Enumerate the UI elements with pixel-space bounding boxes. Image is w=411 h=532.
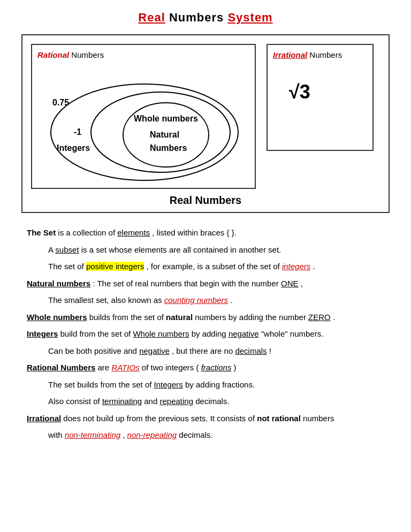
not-rational-bold: not rational	[257, 414, 301, 423]
negative-link: negative	[229, 329, 259, 338]
counting-prefix: The smallest set, also known as	[48, 295, 164, 305]
svg-text:Whole numbers: Whole numbers	[134, 114, 198, 123]
diagram-row: Rational Numbers 0.75 -1	[31, 44, 380, 189]
whole-paragraph: Whole numbers builds from the set of nat…	[27, 310, 384, 324]
builds-suffix: by adding fractions.	[185, 380, 255, 389]
rational-heading: Rational Numbers	[27, 363, 95, 372]
with-middle: ,	[123, 430, 127, 439]
natural-heading: Natural numbers	[27, 279, 90, 288]
elements-blank: elements	[117, 228, 150, 237]
positive-integers-paragraph: The set of positive integers , for examp…	[48, 260, 384, 273]
integers-suffix: "whole" numbers.	[261, 329, 324, 338]
body-content: The Set is a collection of elements , li…	[21, 226, 390, 442]
natural-line-prefix: : The set of real numbers that begin wit…	[93, 279, 281, 288]
page-title: Real Numbers System	[21, 11, 390, 25]
svg-text:Numbers: Numbers	[150, 143, 187, 153]
integers-heading: Integers	[27, 329, 58, 338]
whole-suffix: .	[333, 313, 335, 322]
pos-int-suffix: .	[313, 262, 315, 271]
title-numbers: Numbers	[169, 11, 227, 24]
builds-paragraph: The set builds from the set of Integers …	[48, 378, 384, 392]
ratios-link: RATIOs	[111, 363, 139, 372]
outer-diagram-box: Rational Numbers 0.75 -1	[21, 34, 390, 213]
svg-text:Natural: Natural	[150, 130, 179, 139]
negative-link2: negative	[139, 346, 170, 355]
set-paragraph: The Set is a collection of elements , li…	[27, 226, 384, 240]
subset-suffix: is a set whose elements are all containe…	[81, 245, 281, 254]
can-be-paragraph: Can be both positive and negative , but …	[48, 344, 384, 358]
non-repeating-link: non-repeating	[127, 430, 177, 439]
rational-title: Rational Numbers	[37, 50, 249, 59]
subset-prefix: A	[48, 245, 55, 254]
irrational-paragraph: Irrational does not build up from the pr…	[27, 412, 384, 425]
irrational-label: Irrational	[273, 50, 307, 59]
irrational-numbers-text: Numbers	[309, 50, 342, 59]
integers-blank: Integers	[154, 380, 183, 389]
decimals-link: decimals	[235, 346, 267, 355]
subset-blank: subset	[55, 245, 79, 254]
with-suffix: decimals.	[179, 430, 212, 439]
set-suffix: , listed within braces { }.	[152, 228, 237, 237]
with-prefix: with	[48, 430, 65, 439]
integers-link: integers	[282, 262, 310, 271]
also-paragraph: Also consist of terminating and repeatin…	[48, 394, 384, 408]
counting-paragraph: The smallest set, also known as counting…	[48, 293, 384, 307]
rational-suffix: )	[234, 363, 237, 372]
can-be-prefix: Can be both positive and	[48, 346, 139, 355]
also-suffix: decimals.	[195, 397, 229, 406]
whole-prefix: builds from the set of	[89, 313, 166, 322]
irrational-suffix: numbers	[303, 414, 334, 423]
rational-label: Rational	[37, 50, 69, 59]
also-middle: and	[144, 397, 159, 406]
set-label: The Set	[27, 228, 56, 237]
positive-integers-highlight: positive integers	[86, 262, 144, 271]
integers-middle: by adding	[192, 329, 229, 338]
pos-int-middle: , for example, is a subset of the set of	[146, 262, 281, 271]
right-diagram-box: Irrational Numbers √3	[267, 44, 374, 151]
rational-prefix: are	[98, 363, 112, 372]
counting-suffix: .	[230, 295, 232, 305]
whole-heading: Whole numbers	[27, 313, 87, 322]
natural-bold: natural	[166, 313, 193, 322]
also-prefix: Also consist of	[48, 397, 102, 406]
sqrt3-symbol: √3	[289, 81, 310, 103]
whole-middle: numbers by adding the number	[195, 313, 308, 322]
left-diagram-box: Rational Numbers 0.75 -1	[31, 44, 256, 189]
real-numbers-label: Real Numbers	[31, 194, 380, 207]
integers-paragraph: Integers build from the set of Whole num…	[27, 327, 384, 341]
whole-numbers-blank: Whole numbers	[133, 329, 189, 338]
builds-prefix: The set builds from the set of	[48, 380, 154, 389]
non-terminating-link: non-terminating	[65, 430, 120, 439]
title-real: Real	[138, 11, 165, 24]
one-blank: ONE	[281, 279, 299, 288]
subset-paragraph: A subset is a set whose elements are all…	[48, 243, 384, 257]
rational-paragraph: Rational Numbers are RATIOs of two integ…	[27, 361, 384, 375]
title-system: System	[227, 11, 272, 24]
svg-text:-1: -1	[74, 127, 81, 136]
irrational-title: Irrational Numbers	[273, 50, 342, 59]
terminating-link: terminating	[102, 397, 142, 406]
svg-text:0.75: 0.75	[52, 98, 69, 107]
natural-paragraph: Natural numbers : The set of real number…	[27, 277, 384, 291]
svg-text:Integers: Integers	[57, 143, 90, 153]
rational-middle: of two integers (	[142, 363, 201, 372]
venn-diagram: 0.75 -1 Integers Whole numbers Natural N…	[37, 63, 249, 180]
can-be-suffix: !	[269, 346, 271, 355]
zero-blank: ZERO	[308, 313, 331, 322]
pos-int-prefix: The set of	[48, 262, 86, 271]
irrational-prefix: does not build up from the previous sets…	[63, 414, 257, 423]
rational-numbers-text: Numbers	[71, 50, 104, 59]
can-be-middle: , but there are no	[172, 346, 235, 355]
irrational-heading: Irrational	[27, 414, 61, 423]
counting-blank: counting numbers	[164, 295, 228, 305]
repeating-link: repeating	[159, 397, 193, 406]
with-paragraph: with non-terminating , non-repeating dec…	[48, 428, 384, 442]
venn-svg: 0.75 -1 Integers Whole numbers Natural N…	[37, 63, 252, 186]
fractions-link: fractions	[201, 363, 232, 372]
integers-prefix: build from the set of	[60, 329, 133, 338]
natural-line-suffix: ,	[301, 279, 303, 288]
set-prefix: is a collection of	[58, 228, 117, 237]
